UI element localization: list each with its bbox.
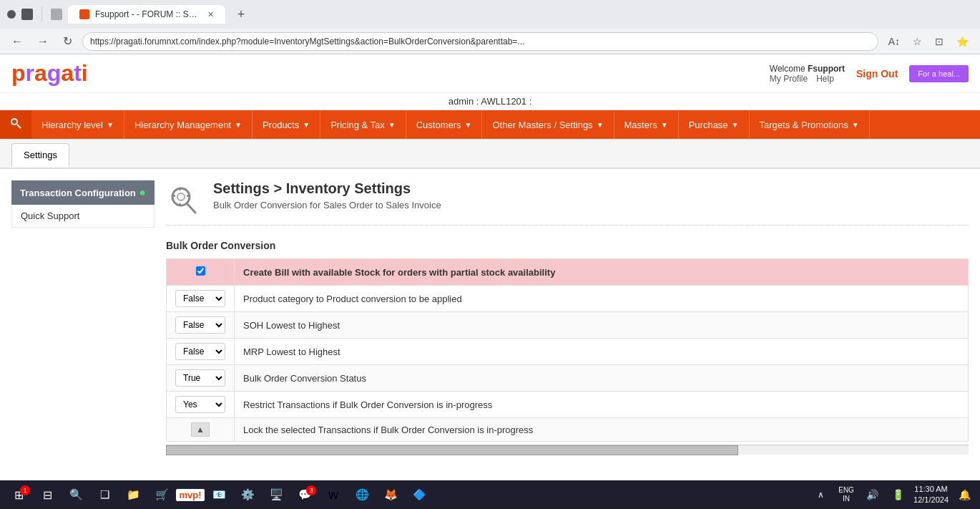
control-cell-1: FalseTrue bbox=[167, 312, 235, 339]
label-cell-1: SOH Lowest to Highest bbox=[235, 312, 969, 339]
nav-arrow-2: ▼ bbox=[303, 121, 310, 129]
settings-table: Create Bill with available Stock for ord… bbox=[166, 258, 969, 442]
welcome-text: Welcome Fsupport My Profile Help bbox=[770, 64, 845, 84]
table-row: YesNoRestrict Transactions if Bulk Order… bbox=[167, 392, 969, 418]
header-checkbox[interactable] bbox=[196, 266, 205, 276]
sidebar: Transaction Configuration ● Quick Suppor… bbox=[11, 180, 155, 455]
table-row: FalseTrueProduct category to Product con… bbox=[167, 286, 969, 312]
table-header-row: Create Bill with available Stock for ord… bbox=[167, 259, 969, 286]
nav-other-masters[interactable]: Other Masters / Settings ▼ bbox=[482, 111, 614, 139]
control-cell-2: FalseTrue bbox=[167, 339, 235, 365]
svg-point-4 bbox=[177, 193, 185, 200]
logo-t: t bbox=[74, 60, 82, 87]
table-row: ▲Lock the selected Transactions if Bulk … bbox=[167, 418, 969, 442]
svg-line-3 bbox=[187, 204, 195, 213]
separator bbox=[41, 7, 42, 21]
control-cell-3: FalseTrue bbox=[167, 365, 235, 392]
browser-chrome: Fsupport - - FORUM :: Supply Ch... ✕ + ←… bbox=[0, 0, 980, 54]
nav-arrow-7: ▼ bbox=[732, 121, 739, 129]
label-cell-4: Restrict Transactions if Bulk Order Conv… bbox=[235, 392, 969, 418]
settings-tab[interactable]: Settings bbox=[11, 143, 69, 168]
new-tab-btn[interactable]: + bbox=[231, 4, 251, 24]
settings-tab-bar: Settings bbox=[0, 139, 980, 169]
browser-actions: A↕ ☆ ⊡ ⭐ bbox=[884, 33, 973, 50]
logo: p r a g a t i bbox=[11, 60, 88, 87]
content-header: Settings > Inventory Settings Bulk Order… bbox=[166, 180, 969, 226]
help-link[interactable]: Help bbox=[816, 74, 834, 84]
browser-tab[interactable]: Fsupport - - FORUM :: Supply Ch... ✕ bbox=[68, 5, 225, 24]
favorites-btn[interactable]: ⭐ bbox=[952, 33, 973, 50]
refresh-btn[interactable]: ↻ bbox=[59, 31, 77, 51]
header-right: Welcome Fsupport My Profile Help Sign Ou… bbox=[770, 64, 969, 84]
nav-arrow-8: ▼ bbox=[852, 121, 859, 129]
nav-search-btn[interactable] bbox=[0, 110, 31, 139]
svg-line-1 bbox=[17, 125, 21, 128]
header-label-cell: Create Bill with available Stock for ord… bbox=[235, 259, 969, 286]
sidebar-transaction-config[interactable]: Transaction Configuration ● bbox=[11, 180, 155, 205]
svg-point-0 bbox=[11, 119, 17, 125]
content-title-area: Settings > Inventory Settings Bulk Order… bbox=[213, 180, 441, 210]
label-cell-5: Lock the selected Transactions if Bulk O… bbox=[235, 418, 969, 442]
browser-address-bar: ← → ↻ A↕ ☆ ⊡ ⭐ bbox=[0, 29, 980, 54]
scroll-up-btn-5[interactable]: ▲ bbox=[191, 422, 210, 437]
admin-bar: admin : AWLL1201 : bbox=[0, 93, 980, 110]
select-0[interactable]: FalseTrue bbox=[175, 290, 225, 307]
table-row: FalseTrueBulk Order Conversion Status bbox=[167, 365, 969, 392]
main-content: Transaction Configuration ● Quick Suppor… bbox=[0, 169, 980, 466]
table-row: FalseTrueMRP Lowest to Highest bbox=[167, 339, 969, 365]
header-checkbox-cell bbox=[167, 259, 235, 286]
section-title: Bulk Order Conversion bbox=[166, 240, 969, 251]
tab-title: Fsupport - - FORUM :: Supply Ch... bbox=[95, 9, 202, 19]
nav-arrow-4: ▼ bbox=[465, 121, 472, 129]
logo-r: r bbox=[26, 60, 34, 87]
bookmark-btn[interactable]: ☆ bbox=[908, 33, 926, 50]
nav-products[interactable]: Products ▼ bbox=[253, 111, 320, 139]
split-view-btn[interactable]: ⊡ bbox=[931, 33, 948, 50]
nav-pricing-tax[interactable]: Pricing & Tax ▼ bbox=[320, 111, 406, 139]
nav-arrow-5: ▼ bbox=[597, 121, 604, 129]
nav-purchase[interactable]: Purchase ▼ bbox=[679, 111, 750, 139]
nav-hierarchy-level[interactable]: Hierarchy level ▼ bbox=[31, 111, 124, 139]
svg-rect-8 bbox=[187, 195, 189, 197]
my-profile-link[interactable]: My Profile bbox=[770, 74, 808, 84]
control-cell-5: ▲ bbox=[167, 418, 235, 442]
address-input[interactable] bbox=[82, 32, 878, 51]
for-health-banner: For a heal... bbox=[909, 65, 969, 82]
control-cell-0: FalseTrue bbox=[167, 286, 235, 312]
welcome-prefix: Welcome bbox=[770, 64, 808, 74]
control-cell-4: YesNo bbox=[167, 392, 235, 418]
scroll-thumb[interactable] bbox=[166, 445, 738, 455]
green-dot-icon: ● bbox=[139, 186, 146, 199]
forward-btn[interactable]: → bbox=[33, 32, 53, 51]
back-btn[interactable]: ← bbox=[7, 32, 27, 51]
sign-out-btn[interactable]: Sign Out bbox=[856, 68, 898, 79]
table-row: FalseTrueSOH Lowest to Highest bbox=[167, 312, 969, 339]
label-cell-3: Bulk Order Conversion Status bbox=[235, 365, 969, 392]
select-2[interactable]: FalseTrue bbox=[175, 343, 225, 360]
logo-i: i bbox=[82, 60, 88, 87]
read-mode-btn[interactable]: A↕ bbox=[884, 33, 904, 50]
tab-close-btn[interactable]: ✕ bbox=[207, 10, 214, 19]
select-4[interactable]: YesNo bbox=[175, 396, 225, 413]
svg-rect-5 bbox=[179, 188, 181, 190]
nav-masters[interactable]: Masters ▼ bbox=[614, 111, 679, 139]
logo-g: g bbox=[47, 60, 62, 87]
svg-point-2 bbox=[172, 188, 190, 205]
username: Fsupport bbox=[808, 64, 845, 74]
sidebar-quick-support[interactable]: Quick Support bbox=[11, 205, 155, 228]
svg-rect-7 bbox=[173, 195, 175, 197]
logo-a: a bbox=[34, 60, 47, 87]
nav-arrow-3: ▼ bbox=[388, 121, 396, 129]
select-1[interactable]: FalseTrue bbox=[175, 316, 225, 334]
admin-text: admin : AWLL1201 : bbox=[449, 96, 532, 107]
select-3[interactable]: FalseTrue bbox=[175, 369, 225, 387]
nav-hierarchy-management[interactable]: Hierarchy Management ▼ bbox=[124, 111, 253, 139]
browser-titlebar: Fsupport - - FORUM :: Supply Ch... ✕ + bbox=[0, 0, 980, 29]
nav-targets-promotions[interactable]: Targets & Promotions ▼ bbox=[750, 111, 870, 139]
label-cell-2: MRP Lowest to Highest bbox=[235, 339, 969, 365]
svg-rect-6 bbox=[179, 203, 181, 205]
nav-customers[interactable]: Customers ▼ bbox=[406, 111, 483, 139]
logo-p: p bbox=[11, 60, 26, 87]
nav-arrow-1: ▼ bbox=[235, 121, 242, 129]
content-subtitle: Bulk Order Conversion for Sales Order to… bbox=[213, 200, 441, 210]
